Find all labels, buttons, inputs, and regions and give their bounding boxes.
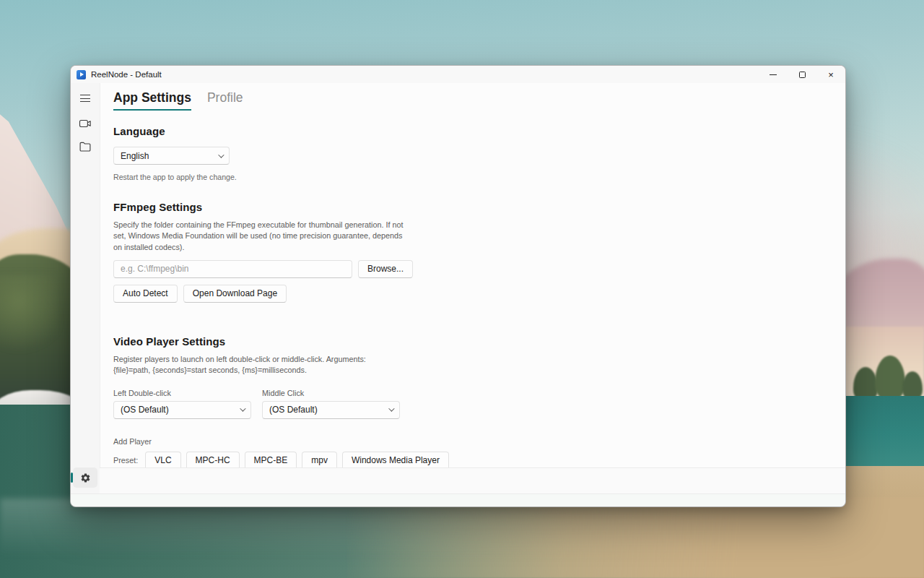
window-footer [100,467,845,493]
tab-app-settings[interactable]: App Settings [113,90,191,111]
preset-wmp-button[interactable]: Windows Media Player [342,452,449,467]
close-icon: × [828,70,834,79]
tab-profile[interactable]: Profile [207,90,243,111]
auto-detect-button[interactable]: Auto Detect [113,285,178,303]
language-dropdown[interactable]: English [113,147,230,165]
player-dropdown-row: (OS Default) (OS Default) [113,401,845,419]
wallpaper-trees-highlight [0,275,58,361]
middle-click-label: Middle Click [262,389,411,397]
minimize-icon [770,74,777,75]
video-player-description: Register players to launch on left doubl… [113,354,404,376]
language-dropdown-value: English [121,151,149,161]
window-bottom-strip [71,493,845,506]
preset-vlc-button[interactable]: VLC [145,452,180,467]
language-heading: Language [113,125,845,137]
app-icon [77,70,86,79]
browse-button[interactable]: Browse... [358,260,413,278]
tab-bar: App Settings Profile [113,90,845,111]
left-double-click-value: (OS Default) [121,405,169,415]
preset-mpc-be-button[interactable]: MPC-BE [245,452,297,467]
video-camera-icon [79,117,92,130]
chevron-down-icon [240,405,245,411]
ffmpeg-actions-row: Auto Detect Open Download Page [113,285,845,303]
sidebar-item-videos[interactable] [74,113,96,134]
menu-toggle-button[interactable] [74,89,96,108]
maximize-icon [799,72,806,78]
add-player-label: Add Player [113,437,845,446]
preset-label: Preset: [113,456,138,465]
sidebar-item-folders[interactable] [74,137,96,157]
preset-row: Preset: VLC MPC-HC MPC-BE mpv Windows Me… [113,452,845,467]
sidebar [71,83,100,493]
preset-mpc-hc-button[interactable]: MPC-HC [186,452,240,467]
window-caption-buttons: × [759,66,845,83]
middle-click-value: (OS Default) [269,405,318,415]
minimize-button[interactable] [759,66,788,83]
window-titlebar[interactable]: ReelNode - Default × [71,66,845,83]
ffmpeg-heading: FFmpeg Settings [113,201,845,213]
app-window: ReelNode - Default × [70,65,846,507]
language-hint: Restart the app to apply the change. [113,173,845,181]
preset-mpv-button[interactable]: mpv [302,452,337,467]
settings-content: App Settings Profile Language English Re… [100,83,845,467]
maximize-button[interactable] [788,66,816,83]
sidebar-item-settings[interactable] [73,467,97,488]
hamburger-icon [80,95,90,95]
gear-icon [80,473,91,483]
folder-icon [79,140,92,153]
close-button[interactable]: × [816,66,845,83]
middle-click-dropdown[interactable]: (OS Default) [262,401,400,419]
wallpaper-grass-bottom [346,497,924,578]
window-title: ReelNode - Default [91,70,759,79]
active-item-indicator [71,473,73,483]
player-dropdown-labels: Left Double-click Middle Click [113,389,845,397]
left-double-click-dropdown[interactable]: (OS Default) [113,401,251,419]
chevron-down-icon [218,152,224,158]
chevron-down-icon [388,405,394,411]
left-double-click-label: Left Double-click [113,389,262,397]
open-download-page-button[interactable]: Open Download Page [183,285,287,303]
ffmpeg-path-row: Browse... [113,260,845,278]
ffmpeg-description: Specify the folder containing the FFmpeg… [113,220,404,253]
video-player-heading: Video Player Settings [113,335,845,348]
ffmpeg-path-input[interactable] [113,260,352,278]
